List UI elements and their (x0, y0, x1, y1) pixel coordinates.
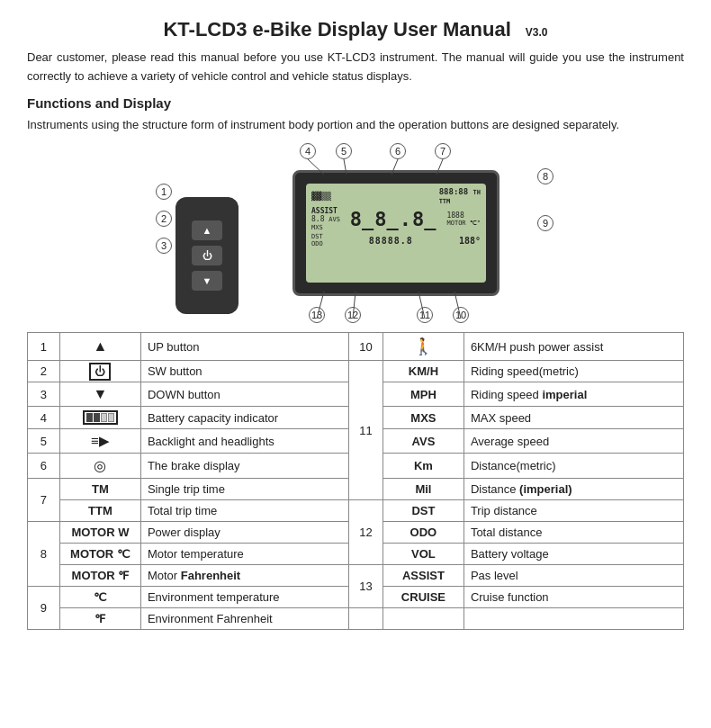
row-6-icon: ◎ (59, 454, 140, 479)
row-7b-label: TTM (59, 500, 140, 522)
main-table: 1 ▲ UP button 10 🚶 6KM/H push power assi… (27, 332, 684, 630)
row-13b-desc: Cruise function (464, 587, 683, 608)
row-3-icon: ▼ (59, 382, 140, 407)
row-8a-desc: Power display (140, 522, 348, 544)
row-5-icon: ≡▶ (59, 429, 140, 454)
row-num-9: 9 (28, 587, 60, 630)
row-4-desc: Battery capacity indicator (140, 407, 348, 429)
row-2-icon: ⏻ (59, 361, 140, 382)
row-num-7: 7 (28, 479, 60, 522)
row-11c-label: MXS (382, 407, 464, 429)
remote-control: 1 2 3 ▲ ⏻ ▼ (176, 179, 256, 314)
num-7: 7 (435, 143, 451, 159)
row-12c-label: VOL (382, 544, 464, 565)
row-8c-desc: Motor Fahrenheit (140, 565, 348, 587)
row-13b-label: CRUISE (382, 587, 464, 608)
row-num-13: 13 (349, 565, 383, 608)
row-9a-desc: Environment temperature (140, 587, 348, 608)
row-10-icon: 🚶 (382, 333, 464, 361)
row-7b-desc: Total trip time (140, 500, 348, 522)
diagram-area: 4 5 6 7 8 9 1 2 3 ▲ ⏻ ▼ ▓▓▒▒ 888:88 THT (27, 143, 684, 323)
row-11f-label: Mil (382, 479, 464, 500)
row-8b-desc: Motor temperature (140, 544, 348, 565)
num-9: 9 (537, 215, 554, 231)
row-11a-label: KM/H (382, 361, 464, 382)
version-label: V3.0 (526, 26, 548, 39)
row-9b-label: ℉ (59, 608, 140, 630)
row-11f-desc: Distance (imperial) (464, 479, 683, 500)
row-num-5: 5 (28, 429, 60, 454)
row-11d-desc: Average speed (464, 429, 683, 454)
row-1-icon: ▲ (59, 333, 140, 361)
section-body: Instruments using the structure form of … (27, 116, 684, 135)
row-num-6: 6 (28, 454, 60, 479)
num-6: 6 (390, 143, 406, 159)
row-num-4: 4 (28, 407, 60, 429)
num-4: 4 (300, 143, 316, 159)
row-num-3: 3 (28, 382, 60, 407)
table-row: ℉ Environment Fahrenheit (28, 608, 684, 630)
row-11e-label: Km (382, 454, 464, 479)
row-6-desc: The brake display (140, 454, 348, 479)
row-9b-desc: Environment Fahrenheit (140, 608, 348, 630)
row-11b-label: MPH (382, 382, 464, 407)
row-7a-label: TM (59, 479, 140, 500)
row-num-12: 12 (349, 500, 383, 565)
row-11d-label: AVS (382, 429, 464, 454)
table-row: 1 ▲ UP button 10 🚶 6KM/H push power assi… (28, 333, 684, 361)
row-12b-desc: Total distance (464, 522, 683, 544)
row-num-8: 8 (28, 522, 60, 587)
row-11a-desc: Riding speed(metric) (464, 361, 683, 382)
row-2-desc: SW button (140, 361, 348, 382)
lcd-display: ▓▓▒▒ 888:88 THTTM ASSIST 8.8 AVSMXS 8̲8̲… (292, 161, 500, 296)
row-5-desc: Backlight and headlights (140, 429, 348, 454)
main-title: KT-LCD3 e-Bike Display User Manual (163, 18, 510, 41)
num-8: 8 (537, 168, 554, 184)
num-5: 5 (336, 143, 352, 159)
row-num-11: 11 (349, 361, 383, 500)
row-10-desc: 6KM/H push power assist (464, 333, 683, 361)
intro-paragraph1: Dear customer, please read this manual b… (27, 49, 684, 86)
row-12b-label: ODO (382, 522, 464, 544)
row-11b-desc: Riding speed imperial (464, 382, 683, 407)
table-row: MOTOR ℉ Motor Fahrenheit 13 ASSIST Pas l… (28, 565, 684, 587)
row-11c-desc: MAX speed (464, 407, 683, 429)
row-12a-label: DST (382, 500, 464, 522)
row-num-1: 1 (28, 333, 60, 361)
row-11e-desc: Distance(metric) (464, 454, 683, 479)
row-4-icon (59, 407, 140, 429)
row-12c-desc: Battery voltage (464, 544, 683, 565)
row-num-10: 10 (349, 333, 383, 361)
row-13a-desc: Pas level (464, 565, 683, 587)
remote-up-btn[interactable]: ▲ (192, 220, 222, 240)
table-row: 2 ⏻ SW button 11 KM/H Riding speed(metri… (28, 361, 684, 382)
row-num-2: 2 (28, 361, 60, 382)
section-title: Functions and Display (27, 95, 684, 111)
remote-down-btn[interactable]: ▼ (192, 271, 222, 291)
remote-power-btn[interactable]: ⏻ (192, 246, 222, 265)
row-9a-label: ℃ (59, 587, 140, 608)
row-8a-label: MOTOR W (59, 522, 140, 544)
row-13a-label: ASSIST (382, 565, 464, 587)
page-title-row: KT-LCD3 e-Bike Display User Manual V3.0 (27, 18, 684, 41)
table-row: TTM Total trip time 12 DST Trip distance (28, 500, 684, 522)
row-3-desc: DOWN button (140, 382, 348, 407)
row-1-desc: UP button (140, 333, 348, 361)
row-12a-desc: Trip distance (464, 500, 683, 522)
row-8b-label: MOTOR ℃ (59, 544, 140, 565)
row-7a-desc: Single trip time (140, 479, 348, 500)
row-8c-label: MOTOR ℉ (59, 565, 140, 587)
